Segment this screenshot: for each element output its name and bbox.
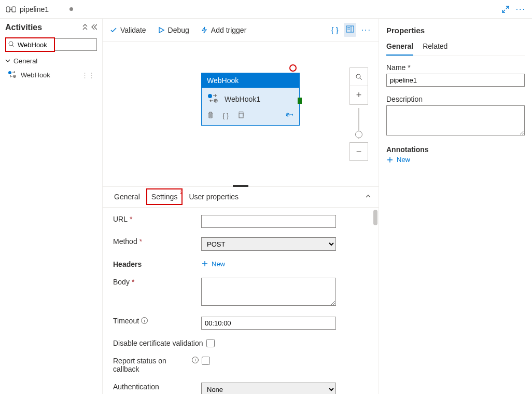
pipeline-canvas[interactable]: WebHook WebHook1 { } [103,42,379,187]
required-icon: * [132,278,134,286]
zoom-slider-thumb[interactable] [355,131,362,138]
group-label: General [13,57,37,65]
zoom-out-button[interactable]: − [349,142,368,161]
sidebar-title: Activities [5,23,42,32]
webhook-node[interactable]: WebHook WebHook1 { } [201,73,300,126]
page-title: pipeline1 [20,5,49,13]
chevron-down-icon [5,57,10,65]
search-extension [55,38,97,51]
delete-icon[interactable] [207,111,214,120]
canvas-toolbar: Validate Debug Add trigger { } ··· [103,19,379,42]
node-output-connector[interactable] [298,98,302,104]
tab-settings[interactable]: Settings 2 [146,188,183,205]
svg-line-16 [360,78,362,80]
add-annotation-label: New [397,156,410,164]
url-label: URL [113,215,128,223]
add-trigger-label: Add trigger [211,26,246,34]
webhook-node-icon [207,93,219,105]
activity-search[interactable] [5,37,97,52]
node-name: WebHook1 [225,95,260,103]
props-name-input[interactable] [386,74,525,87]
grip-icon: ⋮⋮ [81,71,95,79]
debug-button[interactable]: Debug [158,26,189,34]
svg-point-5 [8,71,11,74]
add-annotation-button[interactable]: New [386,156,525,164]
info-icon[interactable]: i [192,357,199,363]
expand-node-icon[interactable] [286,111,294,120]
expand-icon[interactable] [501,5,510,13]
svg-point-15 [356,74,360,78]
add-trigger-button[interactable]: Add trigger [201,26,246,34]
tab-user-properties[interactable]: User properties [185,187,243,206]
fit-to-screen-button[interactable] [349,67,368,86]
pipeline-icon [6,6,16,13]
svg-line-4 [12,45,14,47]
report-status-checkbox[interactable] [202,357,210,365]
settings-badge: 2 [180,189,183,195]
svg-point-3 [9,42,13,46]
braces-icon[interactable]: { } [331,25,338,34]
add-header-button[interactable]: New [201,260,368,268]
error-indicator-icon [289,64,297,72]
props-name-label: Name [386,63,405,72]
body-input[interactable] [201,278,336,306]
group-general[interactable]: General [5,57,97,65]
required-icon: * [139,237,142,246]
required-icon: * [130,215,132,223]
resize-handle[interactable] [233,185,248,187]
copy-icon[interactable] [237,111,244,120]
more-icon[interactable]: ··· [516,5,526,14]
node-type-label: WebHook [207,76,239,85]
zoom-in-button[interactable]: + [349,86,368,105]
collapse-all-icon[interactable] [81,24,89,32]
unsaved-indicator-icon [69,7,73,11]
validate-label: Validate [120,26,146,34]
tab-settings-label: Settings [151,193,178,201]
activities-sidebar: Activities General WebHook ⋮⋮ [0,19,103,394]
disable-cert-label: Disable certificate validation [113,339,203,347]
method-select[interactable]: POST [201,237,336,251]
activity-label: WebHook [21,71,50,79]
properties-panel: Properties General Related Name * Descri… [379,19,532,394]
svg-rect-0 [6,7,10,12]
info-icon[interactable]: i [141,317,148,324]
webhook-activity-icon [7,70,18,80]
svg-point-11 [208,94,212,98]
toolbar-more-icon[interactable]: ··· [361,25,371,35]
header-bar: pipeline1 ··· [0,0,532,19]
props-tab-general[interactable]: General [386,42,413,56]
props-tab-related[interactable]: Related [423,42,447,56]
add-header-label: New [212,260,225,268]
timeout-input[interactable] [201,317,336,330]
debug-label: Debug [168,26,189,34]
required-icon: * [408,63,410,72]
url-input[interactable] [201,215,336,228]
code-icon[interactable]: { } [222,112,229,119]
timeout-label: Timeout [113,317,139,325]
props-desc-label: Description [386,95,525,103]
properties-toggle-icon[interactable] [344,23,356,37]
activity-search-input[interactable] [17,40,48,49]
auth-select[interactable]: None [201,383,336,394]
auth-label: Authentication [113,383,159,391]
tab-general[interactable]: General [110,187,144,206]
svg-rect-13 [239,113,243,118]
props-annotations-label: Annotations [386,145,525,154]
settings-pane: URL * Method * POST Headers New Body * T… [103,208,379,394]
search-icon [8,41,15,49]
hide-sidebar-icon[interactable] [91,24,97,32]
scrollbar[interactable] [373,210,377,225]
bottom-tabs: General Settings 2 User properties [103,187,379,208]
properties-title: Properties [386,26,525,35]
collapse-pane-icon[interactable] [365,193,371,201]
validate-button[interactable]: Validate [110,26,146,34]
activity-webhook[interactable]: WebHook ⋮⋮ [5,68,97,82]
node-header: WebHook [202,73,299,88]
body-label: Body [113,278,130,286]
headers-label: Headers [113,260,142,268]
disable-cert-checkbox[interactable] [206,339,215,347]
svg-rect-1 [12,7,16,12]
zoom-slider[interactable] [358,108,359,139]
props-desc-input[interactable] [386,105,525,135]
report-status-label: Report status on callback [113,357,192,373]
